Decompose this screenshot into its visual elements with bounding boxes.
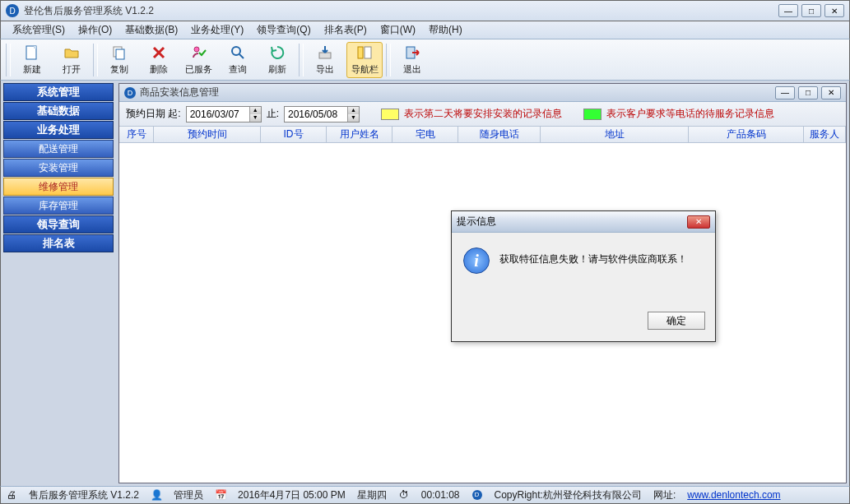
status-user-icon: 👤	[151, 489, 162, 501]
menu-base[interactable]: 基础数据(B)	[118, 21, 184, 39]
legend-swatch-2	[583, 109, 602, 120]
toolbar: 新建 打开 复制 删除 已服务 查询 刷新 导出 导航栏 退出	[0, 39, 850, 81]
dialog-title: 提示信息	[457, 215, 687, 229]
spin-up-icon[interactable]: ▲	[347, 107, 359, 114]
dialog-close-button[interactable]: ✕	[687, 215, 710, 229]
date-from-input[interactable]: ▲▼	[186, 106, 262, 123]
delete-icon	[150, 44, 168, 62]
exit-icon	[403, 44, 421, 62]
main-titlebar: D 登伦售后服务管理系统 V1.2.2 — □ ✕	[0, 0, 850, 21]
th-staff[interactable]: 服务人	[804, 127, 846, 142]
message-dialog: 提示信息 ✕ i 获取特征信息失败！请与软件供应商联系！ 确定	[451, 210, 716, 342]
toolbar-exit[interactable]: 退出	[394, 42, 430, 78]
date-to-input[interactable]: ▲▼	[284, 106, 360, 123]
th-mobile[interactable]: 随身电话	[458, 127, 541, 142]
sidebar-group-leader[interactable]: 领导查询	[3, 215, 114, 234]
toolbar-query[interactable]: 查询	[220, 42, 256, 78]
spin-down-icon[interactable]: ▼	[347, 114, 359, 122]
export-icon	[316, 44, 334, 62]
sidebar-group-system[interactable]: 系统管理	[3, 83, 114, 101]
minimize-button[interactable]: —	[778, 4, 798, 17]
toolbar-served-label: 已服务	[185, 63, 212, 76]
filter-row: 预约日期 起: ▲▼ 止: ▲▼ 表示第二天将要安排安装的记录信息 表示客户要求…	[119, 102, 846, 127]
status-datetime: 2016年4月7日 05:00 PM	[238, 488, 346, 502]
menu-bar: 系统管理(S) 操作(O) 基础数据(B) 业务处理(Y) 领导查询(Q) 排名…	[0, 21, 850, 39]
th-address[interactable]: 地址	[541, 127, 689, 142]
sidebar-item-repair[interactable]: 维修管理	[3, 178, 114, 196]
new-icon	[23, 44, 41, 62]
open-icon	[63, 44, 81, 62]
status-url[interactable]: www.denlontech.com	[687, 489, 780, 501]
status-bar: 🖨 售后服务管理系统 V1.2.2 👤 管理员 📅 2016年4月7日 05:0…	[0, 486, 850, 504]
menu-help[interactable]: 帮助(H)	[422, 21, 469, 39]
toolbar-refresh[interactable]: 刷新	[259, 42, 295, 78]
inner-minimize-button[interactable]: —	[775, 86, 795, 99]
date-from-field[interactable]	[187, 107, 249, 122]
maximize-button[interactable]: □	[801, 4, 821, 17]
menu-operate[interactable]: 操作(O)	[72, 21, 118, 39]
inner-maximize-button[interactable]: □	[798, 86, 818, 99]
filter-label-from: 预约日期 起:	[126, 107, 181, 121]
sidebar-item-install[interactable]: 安装管理	[3, 159, 114, 177]
sidebar-group-base[interactable]: 基础数据	[3, 102, 114, 120]
status-company-icon: D	[471, 489, 483, 501]
close-button[interactable]: ✕	[824, 4, 844, 17]
inner-close-button[interactable]: ✕	[821, 86, 841, 99]
toolbar-separator	[386, 44, 391, 76]
toolbar-query-label: 查询	[229, 63, 247, 76]
th-homephone[interactable]: 宅电	[392, 127, 458, 142]
legend-text-1: 表示第二天将要安排安装的记录信息	[404, 107, 562, 121]
sidebar-item-delivery[interactable]: 配送管理	[3, 140, 114, 158]
sidebar-group-rank[interactable]: 排名表	[3, 234, 114, 252]
status-weekday: 星期四	[357, 488, 387, 502]
th-user[interactable]: 用户姓名	[327, 127, 392, 142]
toolbar-nav-label: 导航栏	[351, 63, 379, 76]
svg-point-7	[232, 47, 240, 55]
sidebar-group-business[interactable]: 业务处理	[3, 121, 114, 139]
date-to-field[interactable]	[285, 107, 347, 122]
copy-icon	[110, 44, 128, 62]
date-from-spinner[interactable]: ▲▼	[249, 107, 261, 122]
toolbar-delete[interactable]: 删除	[141, 42, 177, 78]
svg-point-6	[194, 47, 199, 52]
status-app: 售后服务管理系统 V1.2.2	[29, 488, 139, 502]
app-icon: D	[6, 4, 19, 17]
toolbar-open[interactable]: 打开	[53, 42, 90, 78]
toolbar-served[interactable]: 已服务	[180, 42, 216, 78]
refresh-icon	[268, 44, 286, 62]
nav-icon	[355, 44, 374, 62]
date-to-spinner[interactable]: ▲▼	[347, 107, 359, 122]
status-clock-icon: ⏱	[398, 489, 410, 501]
th-time[interactable]: 预约时间	[154, 127, 261, 142]
toolbar-separator	[6, 44, 11, 76]
toolbar-export-label: 导出	[316, 63, 334, 76]
status-copyright: CopyRight:杭州登伦科技有限公司	[495, 488, 642, 502]
menu-system[interactable]: 系统管理(S)	[6, 21, 72, 39]
table-header: 序号 预约时间 ID号 用户姓名 宅电 随身电话 地址 产品条码 服务人	[119, 127, 846, 143]
app-title: 登伦售后服务管理系统 V1.2.2	[24, 4, 775, 18]
toolbar-export[interactable]: 导出	[307, 42, 343, 78]
status-user: 管理员	[174, 488, 203, 502]
info-icon: i	[463, 247, 490, 274]
spin-down-icon[interactable]: ▼	[249, 114, 261, 122]
th-id[interactable]: ID号	[261, 127, 327, 142]
spin-up-icon[interactable]: ▲	[249, 107, 261, 114]
sidebar: 系统管理 基础数据 业务处理 配送管理 安装管理 维修管理 库存管理 领导查询 …	[1, 81, 116, 486]
served-icon	[189, 44, 207, 62]
dialog-ok-button[interactable]: 确定	[648, 312, 705, 330]
status-calendar-icon: 📅	[215, 489, 226, 501]
menu-leader[interactable]: 领导查询(Q)	[250, 21, 317, 39]
toolbar-new[interactable]: 新建	[14, 42, 50, 78]
sidebar-item-stock[interactable]: 库存管理	[3, 197, 114, 215]
menu-window[interactable]: 窗口(W)	[374, 21, 422, 39]
th-barcode[interactable]: 产品条码	[689, 127, 804, 142]
menu-business[interactable]: 业务处理(Y)	[184, 21, 250, 39]
toolbar-exit-label: 退出	[403, 63, 421, 76]
th-seq[interactable]: 序号	[119, 127, 154, 142]
toolbar-copy-label: 复制	[110, 63, 128, 76]
status-app-icon: 🖨	[6, 489, 17, 501]
toolbar-nav[interactable]: 导航栏	[346, 42, 383, 78]
inner-title-text: 商品安装信息管理	[140, 86, 219, 99]
toolbar-copy[interactable]: 复制	[101, 42, 137, 78]
menu-rank[interactable]: 排名表(P)	[318, 21, 374, 39]
